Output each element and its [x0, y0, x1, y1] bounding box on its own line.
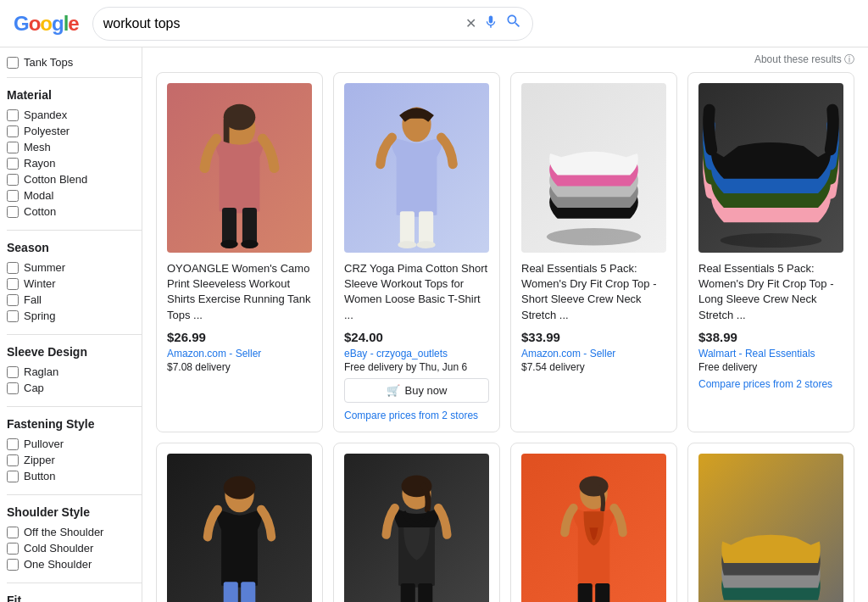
summer-checkbox[interactable] — [7, 262, 19, 274]
svg-rect-9 — [419, 211, 433, 244]
sidebar-item-button[interactable]: Button — [7, 468, 142, 484]
button-checkbox[interactable] — [7, 471, 19, 482]
buy-now-label: Buy now — [405, 384, 448, 397]
sidebar-item-one-shoulder[interactable]: One Shoulder — [7, 556, 142, 572]
cold-shoulder-label: Cold Shoulder — [24, 542, 93, 555]
winter-label: Winter — [24, 277, 56, 290]
about-link[interactable]: About these results — [754, 53, 842, 65]
product-image-1 — [167, 83, 312, 253]
sidebar-item-cotton-blend[interactable]: Cotton Blend — [7, 171, 142, 187]
sidebar-item-cold-shoulder[interactable]: Cold Shoulder — [7, 540, 142, 556]
product-delivery-2: Free delivery by Thu, Jun 6 — [344, 361, 489, 373]
off-shoulder-label: Off the Shoulder — [24, 526, 103, 538]
sidebar-item-off-shoulder[interactable]: Off the Shoulder — [7, 524, 142, 540]
fastening-title: Fastening Style — [7, 414, 142, 431]
svg-point-15 — [224, 476, 256, 499]
cold-shoulder-checkbox[interactable] — [7, 543, 19, 555]
winter-checkbox[interactable] — [7, 278, 19, 290]
mesh-label: Mesh — [24, 141, 51, 153]
zipper-checkbox[interactable] — [7, 454, 19, 466]
product-card-4[interactable]: Real Essentials 5 Pack: Women's Dry Fit … — [687, 72, 854, 432]
search-bar: ✕ — [92, 7, 533, 41]
cap-label: Cap — [24, 382, 44, 394]
sidebar-item-pullover[interactable]: Pullover — [7, 436, 142, 452]
sidebar-item-spring[interactable]: Spring — [7, 308, 142, 324]
raglan-label: Raglan — [24, 365, 58, 378]
spandex-checkbox[interactable] — [7, 109, 19, 121]
spring-label: Spring — [24, 309, 56, 322]
material-title: Material — [7, 85, 142, 102]
product-card-1[interactable]: OYOANGLE Women's Camo Print Sleeveless W… — [156, 72, 323, 432]
search-input[interactable] — [103, 16, 465, 31]
svg-rect-25 — [595, 583, 609, 602]
sidebar-item-rayon[interactable]: Rayon — [7, 155, 142, 171]
product-card-6[interactable]: Mippo Workout Tops for Women — [333, 443, 500, 602]
sidebar-item-spandex[interactable]: Spandex — [7, 107, 142, 123]
product-seller-4[interactable]: Walmart - Real Essentials — [698, 348, 843, 360]
sidebar-divider-5 — [7, 494, 142, 495]
product-card-8[interactable]: Cosy Pyro Workout Tank Tops for — [687, 443, 854, 602]
sidebar-item-polyester[interactable]: Polyester — [7, 123, 142, 139]
sidebar-item-tank-tops[interactable]: Tank Tops — [7, 54, 142, 70]
svg-rect-20 — [401, 583, 415, 602]
sidebar: Tank Tops Material Spandex Polyester Mes… — [0, 47, 142, 602]
sidebar-divider-4 — [7, 406, 142, 407]
sidebar-item-modal[interactable]: Modal — [7, 187, 142, 203]
sidebar-item-fall[interactable]: Fall — [7, 292, 142, 308]
info-icon: ⓘ — [844, 53, 854, 65]
svg-point-6 — [241, 240, 259, 248]
clear-button[interactable]: ✕ — [465, 15, 476, 31]
svg-rect-8 — [400, 211, 415, 244]
sidebar-section-sleeve: Sleeve Design Raglan Cap — [7, 342, 142, 396]
cotton-label: Cotton — [24, 205, 56, 218]
product-card-7[interactable]: Fihapyli ICTIVE Womens Cross — [510, 443, 677, 602]
svg-rect-16 — [224, 582, 238, 602]
mesh-checkbox[interactable] — [7, 142, 19, 153]
spring-checkbox[interactable] — [7, 310, 19, 322]
one-shoulder-checkbox[interactable] — [7, 559, 19, 571]
product-seller-3[interactable]: Amazon.com - Seller — [521, 348, 666, 360]
cap-checkbox[interactable] — [7, 382, 19, 394]
compare-link-2[interactable]: Compare prices from 2 stores — [344, 410, 489, 421]
modal-checkbox[interactable] — [7, 190, 19, 202]
sidebar-item-cap[interactable]: Cap — [7, 380, 142, 396]
sidebar-section-fit: Fit Athletic Slim — [7, 590, 142, 602]
cotton-blend-checkbox[interactable] — [7, 174, 19, 186]
rayon-label: Rayon — [24, 157, 56, 170]
mic-button[interactable] — [483, 14, 498, 33]
spandex-label: Spandex — [24, 109, 67, 121]
sidebar-item-mesh[interactable]: Mesh — [7, 139, 142, 155]
compare-link-4[interactable]: Compare prices from 2 stores — [698, 378, 843, 390]
rayon-checkbox[interactable] — [7, 158, 19, 170]
sidebar-item-summer[interactable]: Summer — [7, 259, 142, 276]
pullover-checkbox[interactable] — [7, 438, 19, 450]
product-title-3: Real Essentials 5 Pack: Women's Dry Fit … — [521, 261, 666, 323]
raglan-checkbox[interactable] — [7, 366, 19, 378]
sidebar-item-winter[interactable]: Winter — [7, 276, 142, 292]
product-title-1: OYOANGLE Women's Camo Print Sleeveless W… — [167, 261, 312, 323]
fall-checkbox[interactable] — [7, 294, 19, 306]
product-image-8 — [698, 454, 843, 602]
product-card-5[interactable]: Zhenwei Crop Workout Tops for — [156, 443, 323, 602]
polyester-checkbox[interactable] — [7, 125, 19, 137]
buy-now-button-2[interactable]: 🛒 Buy now — [344, 378, 489, 403]
summer-label: Summer — [24, 261, 65, 274]
product-card-3[interactable]: Real Essentials 5 Pack: Women's Dry Fit … — [510, 72, 677, 432]
product-seller-1[interactable]: Amazon.com - Seller — [167, 348, 312, 360]
one-shoulder-label: One Shoulder — [24, 558, 92, 571]
sidebar-item-cotton[interactable]: Cotton — [7, 203, 142, 220]
product-card-2[interactable]: CRZ Yoga Pima Cotton Short Sleeve Workou… — [333, 72, 500, 432]
tank-tops-checkbox[interactable] — [7, 57, 19, 69]
main-layout: Tank Tops Material Spandex Polyester Mes… — [0, 47, 868, 602]
google-logo: Google — [14, 12, 79, 36]
off-shoulder-checkbox[interactable] — [7, 527, 19, 538]
sidebar-divider-3 — [7, 334, 142, 335]
sidebar-section-material: Material Spandex Polyester Mesh Rayon Co… — [7, 85, 142, 220]
search-button[interactable] — [505, 13, 522, 34]
sidebar-item-zipper[interactable]: Zipper — [7, 452, 142, 468]
cotton-blend-label: Cotton Blend — [24, 173, 87, 186]
sidebar-item-raglan[interactable]: Raglan — [7, 364, 142, 380]
product-price-3: $33.99 — [521, 330, 666, 344]
cotton-checkbox[interactable] — [7, 206, 19, 218]
product-seller-2[interactable]: eBay - crzyoga_outlets — [344, 348, 489, 360]
